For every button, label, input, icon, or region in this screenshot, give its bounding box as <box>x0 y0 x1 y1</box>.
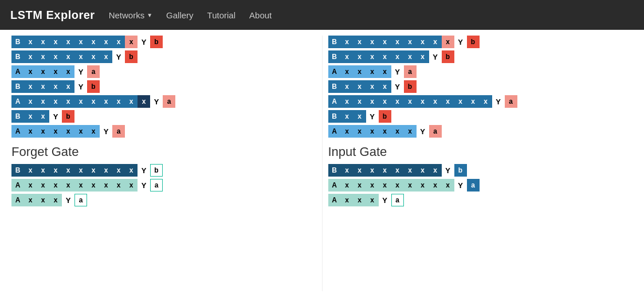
list-item: x <box>429 164 442 177</box>
list-item: x <box>341 65 354 78</box>
list-item: A <box>328 65 341 78</box>
list-item: x <box>112 179 125 192</box>
list-item: x <box>24 95 37 108</box>
right-column: B x x x x x x x x x Y b B x x x x x x x … <box>328 36 633 291</box>
list-item: a <box>87 65 100 78</box>
list-item: b <box>150 164 163 177</box>
list-item: A <box>328 179 341 192</box>
list-item: x <box>62 179 74 192</box>
list-item: x <box>366 164 379 177</box>
nav-about[interactable]: About <box>249 10 272 20</box>
list-item: Y <box>454 36 467 48</box>
list-item: A <box>328 194 341 206</box>
list-item: x <box>37 164 49 177</box>
list-item: x <box>125 179 138 192</box>
nav-tutorial-label: Tutorial <box>207 10 235 20</box>
list-item: b <box>454 164 467 177</box>
list-item: x <box>62 95 74 108</box>
list-item: B <box>328 50 341 63</box>
list-item: x <box>341 110 354 123</box>
list-item: Y <box>379 194 391 206</box>
list-item: x <box>391 50 404 63</box>
table-row: A x x x x x x x x x x x x Y a <box>328 95 622 108</box>
list-item: x <box>391 36 404 48</box>
list-item: x <box>354 80 366 93</box>
list-item: x <box>404 50 417 63</box>
list-item: x <box>467 95 480 108</box>
table-row: A x x x x x x x x x x Y a <box>11 95 305 108</box>
list-item: x <box>49 65 62 78</box>
list-item: a <box>112 125 125 138</box>
list-item: b <box>442 50 454 63</box>
list-item: Y <box>454 179 467 192</box>
list-item: A <box>11 194 24 206</box>
list-item: Y <box>492 95 505 108</box>
list-item: x <box>404 125 417 138</box>
list-item: x <box>87 50 100 63</box>
list-item: b <box>125 50 138 63</box>
list-item: x <box>366 179 379 192</box>
nav-about-label: About <box>249 10 272 20</box>
list-item: x <box>37 50 49 63</box>
list-item: Y <box>138 164 150 177</box>
forget-gate-title: Forget Gate <box>11 144 305 159</box>
list-item: B <box>11 36 24 48</box>
list-item: x <box>379 164 391 177</box>
list-item: x <box>37 194 49 206</box>
list-item: b <box>467 36 480 48</box>
list-item: Y <box>391 80 404 93</box>
list-item: Y <box>49 110 62 123</box>
list-item: Y <box>442 164 454 177</box>
list-item: x <box>100 50 112 63</box>
list-item: a <box>429 125 442 138</box>
list-item: x <box>87 164 100 177</box>
list-item: x <box>354 95 366 108</box>
list-item: a <box>74 194 87 206</box>
nav-tutorial[interactable]: Tutorial <box>207 10 235 20</box>
list-item: x <box>24 110 37 123</box>
nav-networks[interactable]: Networks ▼ <box>109 10 152 20</box>
list-item: x <box>366 95 379 108</box>
list-item: x <box>442 95 454 108</box>
list-item: x <box>379 50 391 63</box>
table-row: B x x x x Y b <box>11 80 305 93</box>
list-item: a <box>404 65 417 78</box>
list-item: x <box>62 36 74 48</box>
list-item: x <box>391 125 404 138</box>
list-item: x <box>354 110 366 123</box>
list-item: b <box>379 110 391 123</box>
list-item: x <box>125 36 138 48</box>
list-item: x <box>62 50 74 63</box>
list-item: x <box>366 50 379 63</box>
list-item: Y <box>74 65 87 78</box>
table-row: A x x x x x x x x x Y a <box>11 179 305 192</box>
list-item: B <box>11 50 24 63</box>
list-item: x <box>417 164 429 177</box>
list-item: x <box>49 95 62 108</box>
list-item: B <box>11 110 24 123</box>
list-item: x <box>341 125 354 138</box>
list-item: x <box>49 125 62 138</box>
list-item: a <box>467 179 480 192</box>
table-row: A x x x x x x Y a <box>328 125 622 138</box>
list-item: x <box>37 179 49 192</box>
list-item: x <box>379 179 391 192</box>
list-item: x <box>366 36 379 48</box>
list-item: x <box>62 80 74 93</box>
list-item: A <box>11 95 24 108</box>
list-item: x <box>404 164 417 177</box>
list-item: b <box>404 80 417 93</box>
list-item: Y <box>391 65 404 78</box>
list-item: x <box>74 164 87 177</box>
table-row: B x x x x x x x Y b <box>11 50 305 63</box>
list-item: x <box>37 65 49 78</box>
table-row: B x x x x x x x x Y b <box>328 164 622 177</box>
list-item: x <box>429 36 442 48</box>
nav-gallery[interactable]: Gallery <box>166 10 194 20</box>
list-item: x <box>442 179 454 192</box>
list-item: x <box>354 50 366 63</box>
list-item: x <box>354 194 366 206</box>
list-item: A <box>11 179 24 192</box>
table-row: A x x x x Y a <box>11 65 305 78</box>
list-item: x <box>100 164 112 177</box>
